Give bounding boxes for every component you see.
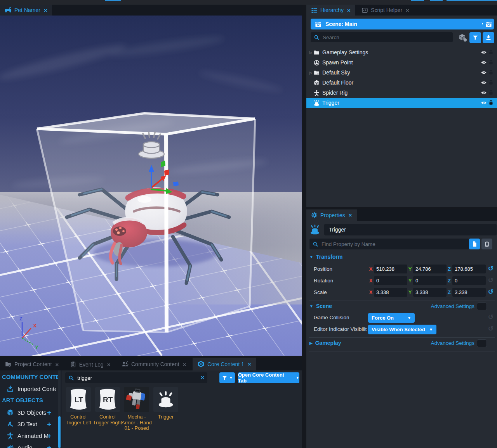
sidebar-item-3d-text[interactable]: 3D Text + [0, 419, 62, 429]
object-name-input[interactable] [324, 224, 497, 235]
scrollbar-thumb[interactable] [58, 416, 61, 448]
scene-manager-button[interactable] [483, 19, 494, 29]
position-y-input[interactable] [413, 265, 447, 273]
axis-x-badge: X [368, 289, 374, 295]
reset-rotation-icon[interactable]: ↺ [488, 277, 494, 284]
tree-row-spawn-point[interactable]: Spawn Point [306, 57, 497, 67]
tab-pet-namer[interactable]: Pet Namer × [0, 5, 52, 16]
expand-caret-icon[interactable]: ▷ [308, 71, 313, 75]
tree-row-gameplay-settings[interactable]: ▷ Gameplay Settings [306, 47, 497, 57]
asset-card-control-trigger-right[interactable]: RT Control Trigger Right [95, 387, 120, 412]
tab-script-helper[interactable]: Script Helper × [357, 5, 414, 16]
close-icon[interactable]: × [248, 361, 251, 367]
reset-game-collision-icon[interactable]: ↺ [488, 314, 494, 320]
sidebar-item-audio[interactable]: Audio + [0, 442, 62, 448]
gizmo-plane-blue[interactable] [173, 182, 179, 186]
reset-editor-indicator-icon[interactable]: ↺ [488, 325, 494, 332]
close-icon[interactable]: × [44, 7, 47, 14]
viewport-3d[interactable]: Z X Y [0, 16, 302, 356]
filter-by-type-icon[interactable] [459, 33, 467, 42]
collapse-all-button[interactable] [483, 32, 494, 43]
lock-icon[interactable] [488, 100, 494, 106]
scale-z-input[interactable] [452, 288, 486, 297]
transform-section-header[interactable]: ▼ Transform [309, 254, 342, 260]
visibility-eye-icon[interactable] [481, 100, 487, 106]
sidebar-item-imported-content[interactable]: Imported Content [0, 383, 62, 394]
asset-card-mecha-armor-hand[interactable]: Mecha - Armor - Hand 01 - Posed [124, 387, 149, 412]
tree-row-default-floor[interactable]: Default Floor [306, 78, 497, 88]
scene-selector-button[interactable]: Scene: Main ▼ [311, 19, 489, 29]
toolbar-accent-strip [447, 0, 497, 1]
visibility-eye-icon[interactable] [481, 59, 487, 66]
open-core-content-button[interactable]: Open Core Content Tab ▼ [238, 372, 299, 383]
reset-scale-icon[interactable]: ↺ [488, 289, 494, 295]
toolbar-accent-strip [430, 0, 443, 1]
visibility-eye-icon[interactable] [481, 49, 487, 55]
visibility-eye-icon[interactable] [481, 80, 487, 86]
rotation-y-input[interactable] [413, 276, 447, 285]
tree-row-spider-rig[interactable]: Spider Rig [306, 88, 497, 98]
copy-properties-button[interactable] [469, 239, 480, 249]
editor-indicator-dropdown[interactable]: Visible When Selected ▼ [368, 325, 436, 334]
lock-icon[interactable] [488, 69, 494, 75]
scale-y-input[interactable] [413, 288, 447, 297]
hierarchy-filter-button[interactable] [469, 32, 481, 43]
tab-core-content[interactable]: Core Content 1 × [193, 358, 256, 370]
close-icon[interactable]: × [56, 361, 59, 368]
hierarchy-search-input[interactable] [322, 34, 450, 41]
find-property-input[interactable] [321, 241, 466, 247]
hierarchy-search[interactable] [311, 32, 453, 42]
tab-project-content[interactable]: Project Content × [0, 358, 63, 371]
tab-event-log[interactable]: Event Log × [65, 358, 115, 371]
advanced-settings-checkbox[interactable] [477, 339, 487, 347]
tab-hierarchy[interactable]: Hierarchy × [306, 5, 355, 16]
section-collapse-caret[interactable]: ▶ [309, 341, 313, 345]
game-collision-dropdown[interactable]: Force On ▼ [368, 313, 415, 323]
asset-card-trigger[interactable]: Trigger [153, 387, 178, 412]
expand-caret-icon[interactable]: ▷ [308, 50, 313, 55]
add-icon[interactable]: + [47, 409, 51, 416]
section-collapse-caret[interactable]: ▼ [309, 255, 313, 259]
content-filter-button[interactable]: ▼ [219, 372, 235, 383]
lock-icon[interactable] [488, 59, 494, 65]
lock-icon[interactable] [488, 49, 494, 55]
sidebar-item-animated-mesh[interactable]: Animated Mesh + [0, 430, 62, 441]
close-icon[interactable]: × [107, 361, 111, 368]
reset-position-icon[interactable]: ↺ [488, 265, 494, 272]
scene-section-header[interactable]: ▼ Scene [309, 303, 332, 309]
add-icon[interactable]: + [47, 444, 51, 448]
sidebar-scrollbar[interactable] [58, 370, 61, 448]
add-icon[interactable]: + [47, 420, 51, 428]
asset-card-control-trigger-left[interactable]: LT Control Trigger Left [66, 387, 91, 412]
rotation-x-input[interactable] [374, 276, 407, 285]
position-x-input[interactable] [374, 265, 407, 273]
section-collapse-caret[interactable]: ▼ [309, 304, 313, 308]
tree-row-default-sky[interactable]: ▷ Default Sky [306, 67, 497, 78]
lock-icon[interactable] [488, 90, 494, 95]
lock-icon[interactable] [488, 80, 494, 85]
sidebar-item-3d-objects[interactable]: 3D Objects + [0, 407, 62, 418]
scale-x-input[interactable] [374, 288, 407, 297]
close-icon[interactable]: × [347, 7, 351, 14]
tab-community-content[interactable]: Community Content × [117, 358, 191, 371]
gameplay-section-header[interactable]: ▶ Gameplay [309, 340, 341, 346]
paste-properties-button[interactable] [481, 239, 492, 249]
advanced-settings-checkbox[interactable] [477, 303, 487, 310]
visibility-eye-icon[interactable] [481, 69, 487, 76]
visibility-eye-icon[interactable] [481, 90, 487, 96]
find-property-search[interactable] [309, 239, 469, 249]
tree-row-trigger[interactable]: Trigger [306, 98, 497, 108]
asset-thumbnail [153, 387, 178, 412]
position-z-input[interactable] [452, 265, 486, 273]
close-icon[interactable]: × [349, 212, 352, 218]
rotation-z-input[interactable] [452, 276, 486, 285]
clear-search-icon[interactable]: × [201, 374, 204, 381]
close-icon[interactable]: × [183, 361, 186, 368]
content-search[interactable]: × [65, 372, 207, 383]
add-icon[interactable]: + [47, 432, 51, 439]
download-arrow-icon [485, 35, 492, 41]
content-search-input[interactable] [76, 375, 198, 381]
tab-properties[interactable]: Properties × [306, 209, 357, 221]
scene-canvas[interactable]: Z X Y [0, 16, 302, 356]
close-icon[interactable]: × [406, 7, 409, 14]
